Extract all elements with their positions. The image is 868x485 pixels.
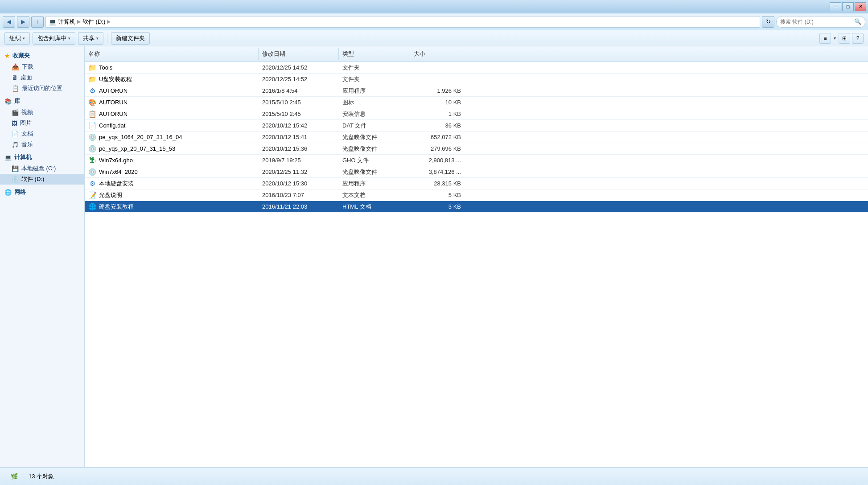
- forward-button[interactable]: ▶: [17, 16, 29, 28]
- table-row[interactable]: 💿 pe_yqs_1064_20_07_31_16_04 2020/10/12 …: [85, 132, 868, 143]
- include-arrow: ▾: [68, 36, 70, 41]
- recent-label: 最近访问的位置: [22, 84, 62, 92]
- table-row[interactable]: 💿 pe_yqs_xp_20_07_31_15_53 2020/10/12 15…: [85, 143, 868, 155]
- table-row[interactable]: 📁 Tools 2020/12/25 14:52 文件夹: [85, 62, 868, 74]
- sidebar-header-computer[interactable]: 💻 计算机: [0, 152, 84, 163]
- main-content: ★ 收藏夹 📥 下载 🖥 桌面 📋 最近访问的位置 📚 库: [0, 46, 868, 467]
- search-icon: 🔍: [854, 18, 861, 25]
- sidebar-item-video[interactable]: 🎬 视频: [0, 107, 84, 118]
- table-row[interactable]: ⚙ 本地硬盘安装 2020/10/12 15:30 应用程序 28,315 KB: [85, 178, 868, 189]
- sidebar-item-d-drive[interactable]: 💿 软件 (D:): [0, 174, 84, 185]
- file-modified: 2020/10/12 15:42: [259, 121, 339, 130]
- file-type-icon: 📁: [88, 64, 96, 72]
- file-size: 28,315 KB: [410, 179, 468, 188]
- file-name-cell: 📄 Config.dat: [85, 121, 259, 131]
- file-name: 硬盘安装教程: [99, 203, 134, 211]
- file-name-cell: 💿 pe_yqs_xp_20_07_31_15_53: [85, 144, 259, 154]
- file-type: DAT 文件: [339, 121, 410, 131]
- sidebar-header-network[interactable]: 🌐 网络: [0, 186, 84, 198]
- refresh-button[interactable]: ↻: [762, 16, 774, 28]
- file-size: [410, 78, 468, 80]
- col-header-type[interactable]: 类型: [339, 48, 410, 60]
- sidebar-item-pictures[interactable]: 🖼 图片: [0, 118, 84, 128]
- maximize-button[interactable]: □: [842, 2, 854, 11]
- toolbar-separator: [107, 33, 107, 43]
- table-row[interactable]: 📄 Config.dat 2020/10/12 15:42 DAT 文件 36 …: [85, 120, 868, 132]
- view-options-button[interactable]: ≡: [819, 33, 831, 44]
- sidebar-item-c-drive[interactable]: 💾 本地磁盘 (C:): [0, 163, 84, 174]
- downloads-label: 下载: [22, 63, 33, 71]
- share-button[interactable]: 共享 ▾: [78, 32, 103, 45]
- help-button[interactable]: ?: [852, 33, 864, 44]
- back-button[interactable]: ◀: [3, 16, 15, 28]
- desktop-icon: 🖥: [12, 74, 18, 81]
- include-library-button[interactable]: 包含到库中 ▾: [33, 32, 75, 45]
- col-header-size[interactable]: 大小: [410, 48, 468, 60]
- title-bar: ─ □ ✕: [0, 0, 868, 13]
- file-name: Win7x64.gho: [99, 157, 133, 164]
- table-row[interactable]: 🎨 AUTORUN 2015/5/10 2:45 图标 10 KB: [85, 97, 868, 108]
- organize-button[interactable]: 组织 ▾: [4, 32, 30, 45]
- file-modified: 2020/12/25 14:52: [259, 75, 339, 83]
- sidebar-item-documents[interactable]: 📄 文档: [0, 128, 84, 139]
- new-folder-button[interactable]: 新建文件夹: [111, 32, 150, 45]
- sidebar-header-favorites[interactable]: ★ 收藏夹: [0, 50, 84, 62]
- table-row[interactable]: 📋 AUTORUN 2015/5/10 2:45 安装信息 1 KB: [85, 108, 868, 120]
- file-name: Config.dat: [99, 122, 125, 129]
- table-row[interactable]: 🌐 硬盘安装教程 2016/11/21 22:03 HTML 文档 3 KB: [85, 201, 868, 213]
- breadcrumb-drive[interactable]: 软件 (D:): [82, 18, 105, 26]
- file-name-cell: 💿 Win7x64_2020: [85, 167, 259, 177]
- sidebar-item-recent[interactable]: 📋 最近访问的位置: [0, 83, 84, 94]
- file-list-header: 名称 修改日期 类型 大小: [85, 46, 868, 62]
- share-arrow: ▾: [96, 36, 99, 41]
- sidebar-section-network: 🌐 网络: [0, 186, 84, 198]
- file-name-cell: 📋 AUTORUN: [85, 109, 259, 119]
- file-type-icon: 🌐: [88, 203, 96, 211]
- up-button[interactable]: ↑: [31, 16, 44, 28]
- organize-label: 组织: [9, 34, 21, 42]
- breadcrumb-separator-2: ▶: [107, 19, 111, 25]
- table-row[interactable]: 💿 Win7x64_2020 2020/12/25 11:32 光盘映像文件 3…: [85, 166, 868, 178]
- sidebar-item-desktop[interactable]: 🖥 桌面: [0, 72, 84, 83]
- table-row[interactable]: 📝 光盘说明 2016/10/23 7:07 文本文档 5 KB: [85, 189, 868, 201]
- new-folder-label: 新建文件夹: [116, 34, 145, 42]
- sidebar-header-library[interactable]: 📚 库: [0, 95, 84, 107]
- status-bar: 🌿 13 个对象: [0, 467, 868, 485]
- sidebar-item-downloads[interactable]: 📥 下载: [0, 62, 84, 72]
- breadcrumb-separator-1: ▶: [77, 19, 81, 25]
- file-type: HTML 文档: [339, 202, 410, 212]
- file-type: 应用程序: [339, 86, 410, 96]
- file-name-cell: 📝 光盘说明: [85, 190, 259, 200]
- file-type-icon: 📄: [88, 122, 96, 130]
- file-type-icon: 🗜: [88, 156, 96, 164]
- file-modified: 2019/9/7 19:25: [259, 156, 339, 164]
- address-bar: ◀ ▶ ↑ 💻 计算机 ▶ 软件 (D:) ▶ ↻ 🔍: [0, 13, 868, 30]
- sidebar-item-music[interactable]: 🎵 音乐: [0, 139, 84, 150]
- file-size: [410, 67, 468, 69]
- minimize-button[interactable]: ─: [830, 2, 841, 11]
- file-size: 36 KB: [410, 121, 468, 130]
- file-size: 2,900,813 ...: [410, 156, 468, 164]
- toolbar: 组织 ▾ 包含到库中 ▾ 共享 ▾ 新建文件夹 ≡ ▼ ⊞ ?: [0, 30, 868, 46]
- table-row[interactable]: ⚙ AUTORUN 2016/1/8 4:54 应用程序 1,926 KB: [85, 85, 868, 97]
- preview-pane-button[interactable]: ⊞: [839, 33, 850, 44]
- file-name-cell: 💿 pe_yqs_1064_20_07_31_16_04: [85, 132, 259, 142]
- toolbar-right-controls: ≡ ▼ ⊞ ?: [819, 33, 864, 44]
- file-type: 安装信息: [339, 109, 410, 119]
- col-header-name[interactable]: 名称: [85, 48, 259, 60]
- file-name: pe_yqs_1064_20_07_31_16_04: [99, 134, 182, 140]
- documents-icon: 📄: [12, 131, 19, 137]
- breadcrumb-computer[interactable]: 计算机: [58, 18, 75, 26]
- file-modified: 2015/5/10 2:45: [259, 98, 339, 107]
- col-header-modified[interactable]: 修改日期: [259, 48, 339, 60]
- file-size: 5 KB: [410, 191, 468, 199]
- close-button[interactable]: ✕: [855, 2, 866, 11]
- file-name-cell: ⚙ 本地硬盘安装: [85, 179, 259, 189]
- music-icon: 🎵: [12, 141, 19, 148]
- search-input[interactable]: [780, 19, 852, 25]
- table-row[interactable]: 🗜 Win7x64.gho 2019/9/7 19:25 GHO 文件 2,90…: [85, 155, 868, 166]
- video-label: 视频: [21, 108, 33, 116]
- table-row[interactable]: 📁 U盘安装教程 2020/12/25 14:52 文件夹: [85, 74, 868, 85]
- file-type-icon: ⚙: [88, 87, 96, 95]
- network-label: 网络: [14, 188, 26, 196]
